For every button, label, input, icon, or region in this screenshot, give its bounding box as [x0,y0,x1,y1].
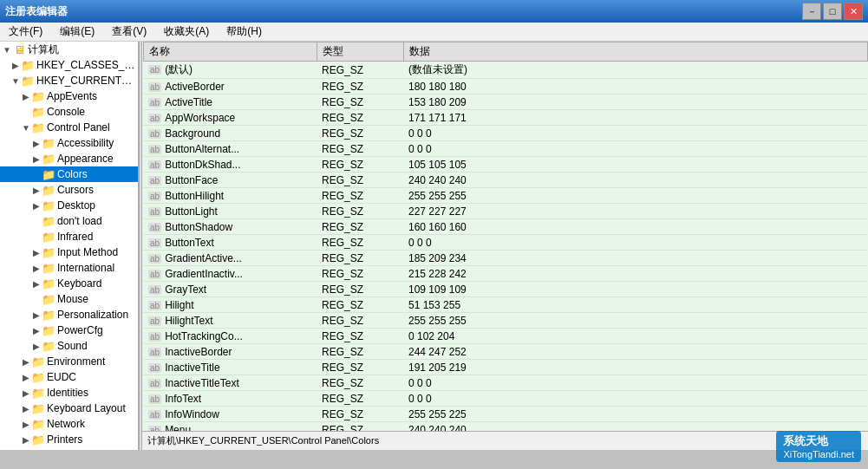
cell-name: abActiveTitle [143,94,317,110]
tree-item-environment[interactable]: ▶📁Environment [0,354,138,369]
toggle-desktop[interactable]: ▶ [31,201,42,211]
toggle-environment[interactable]: ▶ [21,357,31,367]
toggle-network[interactable]: ▶ [21,420,31,429]
toggle-computer[interactable]: ▼ [2,45,12,55]
tree-label-accessibility: Accessibility [57,137,114,149]
table-row[interactable]: abButtonShadowREG_SZ160 160 160 [143,219,867,235]
table-row[interactable]: abButtonFaceREG_SZ240 240 240 [143,173,867,188]
toggle-eudc[interactable]: ▶ [21,373,31,382]
menu-item[interactable]: 文件(F) [3,23,48,41]
menu-item[interactable]: 帮助(H) [221,23,267,41]
toggle-controlpanel[interactable]: ▼ [21,123,31,133]
table-row[interactable]: abInactiveBorderREG_SZ244 247 252 [143,344,867,360]
table-row[interactable]: abHilightREG_SZ51 153 255 [143,297,867,313]
table-row[interactable]: abButtonLightREG_SZ227 227 227 [143,204,867,219]
minimize-button[interactable]: － [802,3,821,20]
tree-item-keyboardlayout[interactable]: ▶📁Keyboard Layout [0,401,138,416]
toggle-appearance[interactable]: ▶ [31,154,42,164]
toggle-powercfg[interactable]: ▶ [31,326,42,335]
tree-item-console[interactable]: 📁Console [0,104,138,120]
tree-item-powercfg[interactable]: ▶📁PowerCfg [0,322,138,338]
tree-item-dontload[interactable]: 📁don't load [0,213,138,229]
tree-item-controlpanel[interactable]: ▼📁Control Panel [0,120,138,135]
table-row[interactable]: abButtonTextREG_SZ0 0 0 [143,235,867,251]
tree-item-hkcu[interactable]: ▼📁HKEY_CURRENT_USER [0,73,138,88]
toggle-identities[interactable]: ▶ [21,388,31,398]
tree-item-identities[interactable]: ▶📁Identities [0,385,138,401]
toggle-personalization[interactable]: ▶ [31,310,42,320]
tree-item-personalization[interactable]: ▶📁Personalization [0,307,138,322]
toggle-keyboard[interactable]: ▶ [31,279,42,289]
table-row[interactable]: abAppWorkspaceREG_SZ171 171 171 [143,110,867,126]
registry-table-container[interactable]: 名称 类型 数据 ab(默认)REG_SZ(数值未设置)abActiveBord… [142,42,868,431]
tree-item-mouse[interactable]: 📁Mouse [0,291,138,307]
cell-data: 240 240 240 [403,422,867,432]
table-row[interactable]: abHilightTextREG_SZ255 255 255 [143,313,867,329]
table-row[interactable]: abButtonHilightREG_SZ255 255 255 [143,188,867,204]
tree-item-colors[interactable]: 📁Colors [0,166,138,182]
tree-item-desktop[interactable]: ▶📁Desktop [0,198,138,213]
tree-item-accessibility[interactable]: ▶📁Accessibility [0,135,138,151]
maximize-button[interactable]: □ [823,3,842,20]
table-row[interactable]: abButtonDkShad...REG_SZ105 105 105 [143,157,867,173]
toggle-cursors[interactable]: ▶ [31,186,42,195]
toggle-inputmethod[interactable]: ▶ [31,248,42,257]
tree-item-keyboard[interactable]: ▶📁Keyboard [0,276,138,291]
cell-data: 255 255 255 [403,313,867,329]
table-row[interactable]: abMenuREG_SZ240 240 240 [143,422,867,432]
table-row[interactable]: abInfoWindowREG_SZ255 255 225 [143,407,867,422]
table-row[interactable]: abBackgroundREG_SZ0 0 0 [143,126,867,141]
tree-item-cursors[interactable]: ▶📁Cursors [0,182,138,198]
tree-panel[interactable]: ▼ 🖥 计算机 ▶📁HKEY_CLASSES_ROOT▼📁HKEY_CURREN… [0,42,139,450]
tree-item-network[interactable]: ▶📁Network [0,416,138,432]
folder-icon-appearance: 📁 [42,152,55,166]
tree-item-sound[interactable]: ▶📁Sound [0,338,138,354]
close-button[interactable]: ✕ [844,3,863,20]
table-row[interactable]: abHotTrackingCo...REG_SZ0 102 204 [143,329,867,344]
toggle-sound[interactable]: ▶ [31,342,42,351]
table-row[interactable]: abInactiveTitleTextREG_SZ0 0 0 [143,375,867,391]
toggle-keyboardlayout[interactable]: ▶ [21,404,31,414]
tree-item-computer[interactable]: ▼ 🖥 计算机 [0,42,138,57]
toggle-international[interactable]: ▶ [31,264,42,273]
status-text: 计算机\HKEY_CURRENT_USER\Control Panel\Colo… [147,434,379,447]
window-controls[interactable]: － □ ✕ [802,3,863,20]
cell-type: REG_SZ [317,375,403,391]
tree-item-infrared[interactable]: 📁Infrared [0,229,138,244]
tree-item-inputmethod[interactable]: ▶📁Input Method [0,244,138,260]
table-row[interactable]: abGradientInactiv...REG_SZ215 228 242 [143,266,867,282]
tree-item-hkcr[interactable]: ▶📁HKEY_CLASSES_ROOT [0,57,138,73]
tree-item-eudc[interactable]: ▶📁EUDC [0,369,138,385]
table-row[interactable]: abActiveTitleREG_SZ153 180 209 [143,94,867,110]
table-row[interactable]: abButtonAlternat...REG_SZ0 0 0 [143,141,867,157]
cell-type: REG_SZ [317,188,403,204]
table-row[interactable]: abGradientActive...REG_SZ185 209 234 [143,251,867,266]
table-row[interactable]: abInactiveTitleREG_SZ191 205 219 [143,360,867,375]
tree-label-identities: Identities [47,387,88,399]
table-row[interactable]: abGrayTextREG_SZ109 109 109 [143,282,867,297]
table-row[interactable]: ab(默认)REG_SZ(数值未设置) [143,62,867,79]
reg-value-icon: ab [148,254,161,264]
col-data: 数据 [403,42,867,62]
watermark-line1: 系统天地 [783,433,854,449]
folder-icon-network: 📁 [31,417,45,431]
toggle-hkcr[interactable]: ▶ [10,61,21,70]
toggle-printers[interactable]: ▶ [21,435,31,445]
tree-item-appearance[interactable]: ▶📁Appearance [0,151,138,166]
toggle-appevents[interactable]: ▶ [21,92,31,101]
reg-value-icon: ab [148,82,161,92]
menu-item[interactable]: 收藏夹(A) [159,23,214,41]
menu-item[interactable]: 编辑(E) [55,23,100,41]
folder-icon-powercfg: 📁 [42,323,55,337]
cell-type: REG_SZ [317,219,403,235]
toggle-hkcu[interactable]: ▼ [10,76,21,86]
cell-name: abInactiveTitle [143,360,317,375]
tree-item-software[interactable]: ▶📁Software [0,447,138,450]
menu-item[interactable]: 查看(V) [107,23,152,41]
table-row[interactable]: abInfoTextREG_SZ0 0 0 [143,391,867,407]
toggle-accessibility[interactable]: ▶ [31,139,42,148]
tree-item-international[interactable]: ▶📁International [0,260,138,276]
table-row[interactable]: abActiveBorderREG_SZ180 180 180 [143,79,867,94]
tree-item-printers[interactable]: ▶📁Printers [0,432,138,447]
tree-item-appevents[interactable]: ▶📁AppEvents [0,88,138,104]
